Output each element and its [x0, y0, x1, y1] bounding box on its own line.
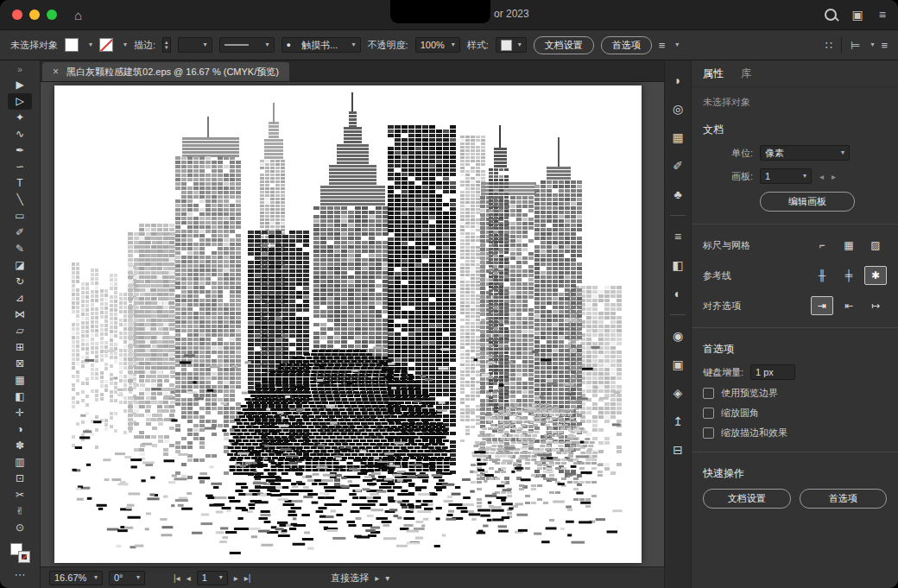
artboards-panel-icon[interactable]: ⊟: [673, 440, 683, 459]
panel-options-icon[interactable]: ≡: [659, 39, 666, 52]
rotation-dropdown[interactable]: 0° ▾: [109, 571, 145, 585]
zoom-level-dropdown[interactable]: 16.67% ▾: [49, 571, 103, 585]
units-dropdown[interactable]: 像素 ▾: [760, 145, 850, 161]
direct-selection-tool[interactable]: ▷: [8, 93, 32, 110]
snap-to-grid-icon[interactable]: ⇥: [811, 296, 833, 315]
appearance-panel-icon[interactable]: ◉: [673, 326, 683, 345]
transparency-panel-icon[interactable]: ◐: [674, 284, 681, 303]
status-expand-icon[interactable]: ▸: [375, 573, 379, 583]
close-window-button[interactable]: [12, 9, 22, 20]
rotate-tool[interactable]: ↻: [8, 274, 32, 290]
workspace-menu-icon[interactable]: ≡: [879, 8, 886, 22]
dots-grid-icon[interactable]: ∷: [825, 39, 832, 52]
artboard-tool[interactable]: ⊡: [8, 471, 32, 487]
quick-document-setup-button[interactable]: 文档设置: [703, 489, 791, 509]
checkbox[interactable]: [703, 388, 714, 399]
close-tab-icon[interactable]: ×: [53, 66, 59, 78]
stroke-color-swatch[interactable]: [99, 38, 113, 52]
lasso-tool[interactable]: ∿: [8, 126, 32, 142]
artboard-dropdown[interactable]: 1 ▾: [760, 168, 812, 184]
edit-artboards-button[interactable]: 编辑画板: [760, 192, 855, 212]
collapse-toolbar-icon[interactable]: »: [17, 65, 22, 74]
fullscreen-window-button[interactable]: [47, 9, 57, 20]
status-menu-icon[interactable]: ▾: [385, 573, 389, 583]
gradient-panel-icon[interactable]: ◧: [672, 256, 683, 275]
preferences-button[interactable]: 首选项: [601, 36, 652, 54]
checkbox[interactable]: [703, 427, 714, 439]
fill-stroke-indicator[interactable]: [9, 542, 30, 563]
arrange-documents-icon[interactable]: ▣: [852, 8, 863, 22]
perspective-grid-tool[interactable]: ⊠: [8, 356, 32, 372]
brushes-panel-icon[interactable]: ✐: [673, 156, 683, 175]
keyboard-increment-input[interactable]: 1 px: [750, 364, 795, 380]
mesh-tool[interactable]: ▦: [8, 372, 32, 389]
next-artboard-button[interactable]: ▸: [234, 573, 238, 583]
checkbox[interactable]: [703, 408, 714, 419]
color-panel-icon[interactable]: ◗: [674, 71, 681, 90]
brush-definition-dropdown[interactable]: ● 触摸书... ▾: [281, 37, 361, 53]
artboard-pager-next-button[interactable]: ▸: [832, 172, 836, 181]
free-transform-tool[interactable]: ▱: [8, 323, 32, 339]
zoom-tool[interactable]: ⊙: [8, 520, 32, 536]
column-graph-tool[interactable]: ▥: [8, 454, 32, 471]
preference-checkbox-row[interactable]: 缩放描边和效果: [703, 427, 887, 439]
stroke-weight-dropdown[interactable]: ▾: [178, 37, 212, 53]
width-profile-dropdown[interactable]: ▾: [219, 37, 275, 53]
rectangle-tool[interactable]: ▭: [8, 208, 32, 224]
eyedropper-tool[interactable]: ✛: [8, 405, 32, 421]
show-guides-icon[interactable]: ╫: [811, 266, 833, 285]
lock-guides-icon[interactable]: ╪: [838, 266, 860, 285]
width-tool[interactable]: ⋈: [8, 307, 32, 323]
ruler-icon[interactable]: ⌐: [811, 236, 833, 255]
quick-preferences-button[interactable]: 首选项: [800, 489, 888, 509]
grid-icon[interactable]: ▦: [838, 236, 860, 255]
artboard-navigation-dropdown[interactable]: 1 ▾: [197, 571, 228, 585]
symbol-sprayer-tool[interactable]: ✽: [8, 438, 32, 454]
type-tool[interactable]: T: [8, 175, 32, 192]
smart-guides-icon[interactable]: ✱: [864, 266, 887, 285]
preference-checkbox-row[interactable]: 缩放圆角: [703, 407, 887, 420]
magic-wand-tool[interactable]: ✦: [8, 110, 32, 126]
swatches-panel-icon[interactable]: ▦: [672, 128, 683, 147]
shaper-tool[interactable]: ✎: [8, 241, 32, 257]
stroke-swatch[interactable]: [19, 552, 29, 562]
pen-tool[interactable]: ✒: [8, 142, 32, 159]
fill-color-swatch[interactable]: [65, 38, 79, 52]
home-icon[interactable]: ⌂: [74, 8, 82, 22]
line-segment-tool[interactable]: ╲: [8, 192, 32, 208]
eraser-tool[interactable]: ◪: [8, 257, 32, 274]
symbols-panel-icon[interactable]: ♣: [674, 185, 681, 204]
paintbrush-tool[interactable]: ✐: [8, 224, 32, 241]
asset-export-panel-icon[interactable]: ↥: [673, 412, 683, 431]
selection-tool[interactable]: ▶: [8, 77, 32, 93]
artwork-canvas[interactable]: [54, 85, 642, 563]
first-artboard-button[interactable]: |◂: [174, 573, 180, 583]
opacity-dropdown[interactable]: 100% ▾: [415, 37, 460, 53]
minimize-window-button[interactable]: [29, 9, 40, 20]
last-artboard-button[interactable]: ▸|: [244, 573, 251, 583]
document-tab[interactable]: × 黑白灰颗粒感建筑02.eps @ 16.67 % (CMYK/预览): [42, 62, 289, 81]
color-guide-panel-icon[interactable]: ◎: [673, 99, 683, 118]
style-dropdown[interactable]: ▾: [496, 37, 527, 53]
curvature-tool[interactable]: ∽: [8, 159, 32, 175]
previous-artboard-button[interactable]: ◂: [187, 573, 191, 583]
blend-tool[interactable]: ◑: [8, 421, 32, 438]
slice-tool[interactable]: ✂: [8, 487, 32, 503]
shape-builder-tool[interactable]: ⊞: [8, 339, 32, 356]
scale-tool[interactable]: ⊿: [8, 290, 32, 307]
artboard-pager-prev-button[interactable]: ◂: [819, 172, 824, 181]
search-icon[interactable]: [825, 9, 837, 21]
stepper-down-icon[interactable]: ▾: [165, 45, 168, 50]
document-setup-button[interactable]: 文档设置: [534, 36, 594, 54]
transparency-grid-icon[interactable]: ▨: [864, 236, 887, 255]
layers-panel-icon[interactable]: ◈: [674, 383, 683, 402]
stroke-panel-icon[interactable]: ≡: [674, 227, 681, 246]
snap-to-pixel-icon[interactable]: ⇤: [838, 296, 860, 315]
snap-to-point-icon[interactable]: ↦: [864, 296, 887, 315]
edit-toolbar-icon[interactable]: ⋯: [15, 568, 26, 581]
tab-properties[interactable]: 属性: [703, 66, 724, 81]
menu-icon[interactable]: ≡: [881, 39, 888, 52]
hand-tool[interactable]: ✌: [8, 503, 32, 520]
preference-checkbox-row[interactable]: 使用预览边界: [703, 387, 887, 400]
align-panel-icon[interactable]: ⊨: [851, 39, 860, 52]
